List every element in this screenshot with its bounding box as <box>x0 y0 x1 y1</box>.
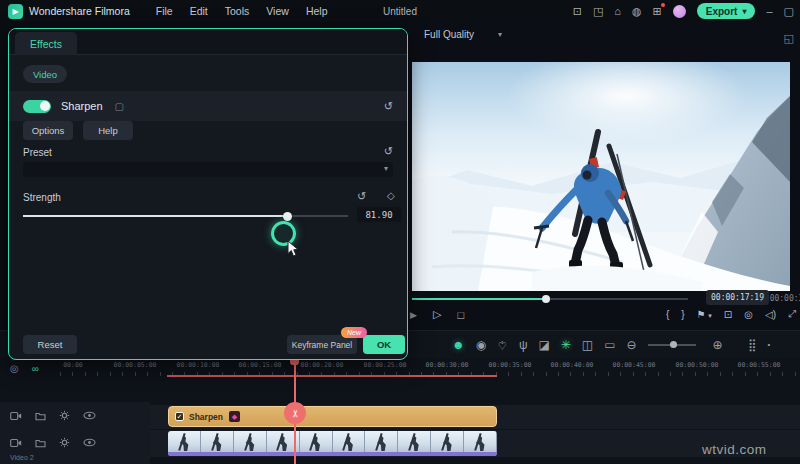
previous-frame-button[interactable]: ▶ <box>410 310 417 320</box>
ruler-tick-label: 00:00:25:00 <box>350 361 420 369</box>
clip-color-bar <box>168 452 497 456</box>
sharpen-effect-row: Sharpen ▢ ↺ <box>9 91 407 121</box>
options-button[interactable]: Options <box>23 121 73 140</box>
eye-icon[interactable] <box>83 411 96 420</box>
stop-button[interactable]: □ <box>457 309 464 321</box>
panel-layout-icon[interactable]: ◱ <box>784 32 794 45</box>
minimize-button[interactable]: – <box>766 5 772 17</box>
new-badge: New <box>341 327 367 338</box>
clip-checkbox[interactable]: ✓ <box>175 412 184 421</box>
avatar[interactable] <box>673 5 686 18</box>
track-settings-icon[interactable] <box>59 437 70 448</box>
lock-folder-icon[interactable] <box>35 438 46 448</box>
mark-in-button[interactable]: { <box>666 309 669 320</box>
zoom-in-icon[interactable]: ⊕ <box>713 339 723 351</box>
zoom-out-icon[interactable]: ⊖ <box>627 339 637 351</box>
effect-name-label: Sharpen <box>61 100 103 112</box>
seek-handle[interactable] <box>542 295 550 303</box>
eye-icon[interactable] <box>83 438 96 447</box>
preview-tools: { } ⚑ ▾ ⊡ ◎ ◁) ⤢ <box>666 308 796 320</box>
seek-fill <box>412 298 546 300</box>
message-icon[interactable]: ◍ <box>632 6 642 17</box>
apps-glyph: ⊞ <box>653 5 662 17</box>
record-icon[interactable]: ◉ <box>476 339 486 351</box>
apply-copy-icon[interactable]: ▢ <box>115 101 124 112</box>
effects-settings-panel: Effects Video Sharpen ▢ ↺ Options Help P… <box>8 28 408 360</box>
timeline-zoom-slider[interactable] <box>648 340 696 350</box>
emoji-effects-icon[interactable]: ☻ <box>452 339 465 351</box>
zoom-slider-handle[interactable] <box>670 341 677 348</box>
notification-dot <box>661 3 665 7</box>
track-manager-icon[interactable]: ⣿ <box>748 339 757 351</box>
quality-select[interactable]: Full Quality ▾ <box>424 29 502 40</box>
video-track-icon <box>10 438 22 448</box>
filmora-logo-icon[interactable]: ▶ <box>8 4 23 19</box>
ruler-tick-label: 00:00:50:00 <box>662 361 732 369</box>
track-label: Video 2 <box>10 454 34 461</box>
clip-name-label: Sharpen <box>189 412 223 422</box>
keyframe-diamond-icon[interactable]: ◇ <box>387 190 395 201</box>
fullscreen-icon[interactable]: ⤢ <box>788 308 796 320</box>
ruler-tick-label: 00:00:10:00 <box>163 361 233 369</box>
ruler-tick-label: 00:00:15:00 <box>225 361 295 369</box>
microphone-icon[interactable]: ψ <box>519 339 528 351</box>
total-duration: 00:00:34:05 <box>770 294 800 303</box>
app-title: Wondershare Filmora <box>29 5 130 17</box>
snapshot-icon[interactable]: ◎ <box>744 309 753 320</box>
mirror-display-icon[interactable]: ⊡ <box>724 309 732 320</box>
category-video-button[interactable]: Video <box>23 65 67 83</box>
slider-handle[interactable] <box>283 212 292 221</box>
display-mode-icon[interactable]: ⊡ <box>573 6 582 17</box>
mark-out-button[interactable]: } <box>681 309 684 320</box>
menu-file[interactable]: File <box>156 5 173 17</box>
menu-edit[interactable]: Edit <box>190 5 208 17</box>
snapshot-icon[interactable]: ◎ <box>10 363 19 374</box>
menu-view[interactable]: View <box>266 5 289 17</box>
mountain-climber-scene <box>412 62 790 291</box>
ruler-tick-label: 00:00:55:00 <box>724 361 794 369</box>
mask-icon[interactable]: ♤ <box>497 339 508 351</box>
strength-slider[interactable] <box>23 211 348 221</box>
flag-icon[interactable]: ⚑ ▾ <box>697 309 712 320</box>
home-icon[interactable]: ⌂ <box>614 6 621 17</box>
transport-controls: ▶ ▷ □ <box>410 308 464 321</box>
preset-label: Preset <box>23 147 52 158</box>
preset-dropdown[interactable]: ▾ <box>23 162 393 177</box>
sharpen-effect-clip[interactable]: ✓ Sharpen ◆ <box>168 406 497 427</box>
split-scene-icon[interactable]: ◪ <box>538 339 549 351</box>
project-title: Untitled <box>383 6 417 17</box>
reset-button[interactable]: Reset <box>23 335 77 354</box>
play-button[interactable]: ▷ <box>433 308 441 321</box>
strength-value-field[interactable]: 81.90 <box>357 207 401 222</box>
tab-effects[interactable]: Effects <box>15 32 77 55</box>
reset-preset-icon[interactable]: ↺ <box>384 145 393 158</box>
sharpen-toggle[interactable] <box>23 100 51 113</box>
export-media-icon[interactable]: ◳ <box>593 6 603 17</box>
panel-tabstrip: Effects <box>9 29 407 55</box>
slider-fill <box>23 215 287 217</box>
subtitle-icon[interactable]: ▭ <box>604 339 615 351</box>
menu-help[interactable]: Help <box>306 5 328 17</box>
help-button[interactable]: Help <box>83 121 133 140</box>
lock-folder-icon[interactable] <box>35 411 46 421</box>
preview-video[interactable] <box>412 62 790 291</box>
ok-button[interactable]: OK <box>363 335 405 354</box>
menu-tools[interactable]: Tools <box>225 5 250 17</box>
reset-effect-icon[interactable]: ↺ <box>384 100 393 113</box>
export-button[interactable]: Export ▾ <box>697 3 756 19</box>
picture-in-picture-icon[interactable]: ◫ <box>582 339 593 351</box>
volume-icon[interactable]: ◁) <box>765 309 776 320</box>
effect-badge-icon: ◆ <box>229 411 240 422</box>
maximize-button[interactable]: ▢ <box>784 5 794 18</box>
reset-strength-icon[interactable]: ↺ <box>357 190 366 203</box>
apps-icon[interactable]: ⊞ <box>653 6 662 17</box>
motion-track-icon[interactable]: ✳ <box>561 339 571 351</box>
split-playhead-button[interactable]: ✂ <box>284 402 306 424</box>
track-settings-icon[interactable] <box>59 410 70 421</box>
watermark: wtvid.com <box>702 442 767 457</box>
total-timecode: / 00:00:34:05 <box>760 294 800 303</box>
more-icon[interactable]: • <box>767 341 770 349</box>
quality-label: Full Quality <box>424 29 474 40</box>
scissors-icon: ✂ <box>289 409 300 417</box>
timecode-separator: / <box>760 294 765 303</box>
